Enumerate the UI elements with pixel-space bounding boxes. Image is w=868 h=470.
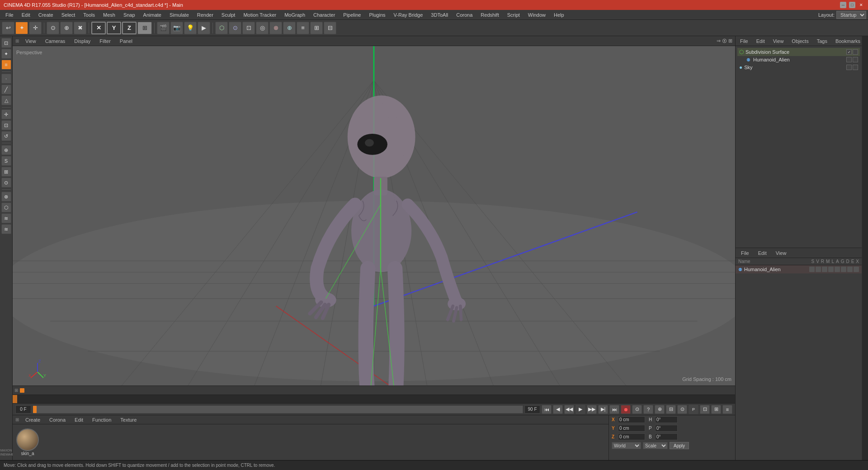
render-viewport-button[interactable]: ⊙: [47, 22, 59, 34]
maximize-button[interactable]: □: [849, 2, 855, 8]
extrude-button[interactable]: ≋: [1, 213, 11, 223]
props-action-6[interactable]: [841, 267, 846, 272]
play-forward-button[interactable]: ▶▶: [587, 405, 597, 414]
camera-button[interactable]: 📷: [170, 22, 183, 34]
timeline-playhead[interactable]: [13, 395, 17, 403]
props-tab-view[interactable]: View: [773, 250, 789, 256]
mat-tab-corona[interactable]: Corona: [47, 417, 68, 423]
scene-tab-bookmarks[interactable]: Bookmarks: [833, 38, 863, 44]
floor-button[interactable]: ⊕: [283, 22, 296, 34]
settings-button[interactable]: ≡: [722, 405, 732, 414]
coord-b-input[interactable]: [655, 433, 678, 440]
tree-item-sky[interactable]: ● Sky: [737, 63, 860, 71]
motion-button[interactable]: ⊡: [700, 405, 710, 414]
rotate-tool-button[interactable]: ↺: [1, 131, 11, 141]
key-button[interactable]: ?: [643, 405, 653, 414]
props-action-8[interactable]: [854, 267, 859, 272]
timeline-scroll-bar[interactable]: [33, 405, 523, 414]
vp-grid-icon[interactable]: ⊞: [728, 38, 732, 44]
frame-end-input[interactable]: [524, 405, 540, 414]
props-action-2[interactable]: [816, 267, 821, 272]
play-button[interactable]: ▶: [576, 405, 585, 414]
jump-start-button[interactable]: ⏮: [542, 405, 552, 414]
material-ball[interactable]: [16, 428, 39, 451]
coord-x-input[interactable]: [618, 416, 645, 423]
array-button[interactable]: ⊞: [310, 22, 323, 34]
sky-check2[interactable]: [853, 65, 858, 70]
record-button[interactable]: ⏺: [621, 405, 631, 414]
scene-tab-objects[interactable]: Objects: [789, 38, 811, 44]
scale-tool-button[interactable]: ⊡: [1, 120, 11, 130]
viewport-corner-icon[interactable]: ⊞: [15, 38, 19, 43]
coord-y-input[interactable]: [618, 425, 645, 432]
vp-menu-display[interactable]: Display: [71, 38, 93, 44]
vp-menu-filter[interactable]: Filter: [97, 38, 113, 44]
loop-select-button[interactable]: ⊙: [1, 178, 11, 188]
menu-mesh[interactable]: Mesh: [99, 11, 119, 19]
select-all-button[interactable]: ⊕: [1, 145, 11, 155]
auto-key-button[interactable]: ⊙: [632, 405, 642, 414]
play-reverse-button[interactable]: ◀◀: [564, 405, 574, 414]
world-axis-button[interactable]: ⊞: [137, 22, 152, 34]
apply-button[interactable]: Apply: [670, 442, 689, 449]
vp-lock-icon[interactable]: ⦿: [722, 38, 727, 44]
menu-select[interactable]: Select: [58, 11, 79, 19]
film-button[interactable]: 🎬: [157, 22, 170, 34]
timeline-corner[interactable]: ⊞: [14, 388, 18, 393]
menu-plugins[interactable]: Plugins: [365, 11, 389, 19]
menu-snap[interactable]: Snap: [120, 11, 139, 19]
props-action-7[interactable]: [847, 267, 853, 272]
props-object-row[interactable]: ⚉ Humanoid_Alien: [736, 265, 862, 273]
sel-key-button[interactable]: ⊙: [677, 405, 687, 414]
model-mode-button[interactable]: ⊡: [1, 38, 11, 48]
menu-3dtoall[interactable]: 3DToAll: [427, 11, 452, 19]
sky-check1[interactable]: [846, 65, 852, 70]
undo-button[interactable]: ↩: [2, 22, 14, 34]
coord-p-input[interactable]: [655, 425, 678, 432]
menu-script[interactable]: Script: [504, 11, 524, 19]
minimize-button[interactable]: ─: [840, 2, 846, 8]
mat-tab-texture[interactable]: Texture: [118, 417, 139, 423]
material-button[interactable]: ◎: [256, 22, 269, 34]
del-key-button[interactable]: ⊟: [666, 405, 676, 414]
prev-key-button[interactable]: ◀: [553, 405, 563, 414]
render-button[interactable]: ⊕: [60, 22, 73, 34]
y-axis-button[interactable]: Y: [107, 22, 121, 34]
mat-tab-create[interactable]: Create: [23, 417, 43, 423]
scene-tab-file[interactable]: File: [737, 38, 751, 44]
tree-item-subdivision[interactable]: ⬡ Subdivision Surface ✓: [737, 48, 860, 56]
props-tab-file[interactable]: File: [738, 250, 752, 256]
scene-tab-view[interactable]: View: [770, 38, 787, 44]
vp-menu-cameras[interactable]: Cameras: [42, 38, 68, 44]
mat-tab-function[interactable]: Function: [90, 417, 114, 423]
rect-select-button[interactable]: ⊞: [1, 167, 11, 177]
tree-item-humanoid[interactable]: ⚉ Humanoid_Alien: [737, 56, 860, 63]
face-mode-button[interactable]: △: [1, 95, 11, 105]
knife-button[interactable]: ⬡: [1, 202, 11, 212]
menu-animate[interactable]: Animate: [140, 11, 165, 19]
humanoid-check2[interactable]: [853, 57, 858, 62]
viewport[interactable]: Perspective Grid Spacing : 100 cm X Y Z: [13, 46, 735, 385]
props-action-1[interactable]: [809, 267, 815, 272]
coord-z-input[interactable]: [618, 433, 645, 440]
scale-dropdown[interactable]: Scale: [643, 442, 668, 449]
z-axis-button[interactable]: Z: [122, 22, 137, 34]
bevel-button[interactable]: ≋: [1, 224, 11, 234]
menu-vray[interactable]: V-Ray Bridge: [390, 11, 427, 19]
live-select-button[interactable]: S: [1, 156, 11, 166]
open-button[interactable]: ✛: [29, 22, 42, 34]
deform-button[interactable]: ⊙: [229, 22, 241, 34]
vp-axis-icon[interactable]: ⇒: [717, 38, 721, 44]
menu-tools[interactable]: Tools: [80, 11, 99, 19]
brush-button[interactable]: ⊗: [1, 192, 11, 202]
vp-menu-view[interactable]: View: [23, 38, 39, 44]
mat-tab-edit[interactable]: Edit: [72, 417, 86, 423]
move-tool-button[interactable]: ✛: [1, 109, 11, 119]
props-tab-edit[interactable]: Edit: [755, 250, 769, 256]
render-settings-button[interactable]: ✖: [74, 22, 86, 34]
layer-mode-button[interactable]: ≡: [1, 60, 11, 70]
timeline-ruler[interactable]: 0 5 10 15 20 25 30 35 40 45 50 55 60 65 …: [13, 395, 735, 403]
menu-edit[interactable]: Edit: [18, 11, 34, 19]
menu-simulate[interactable]: Simulate: [166, 11, 193, 19]
menu-character[interactable]: Character: [310, 11, 339, 19]
